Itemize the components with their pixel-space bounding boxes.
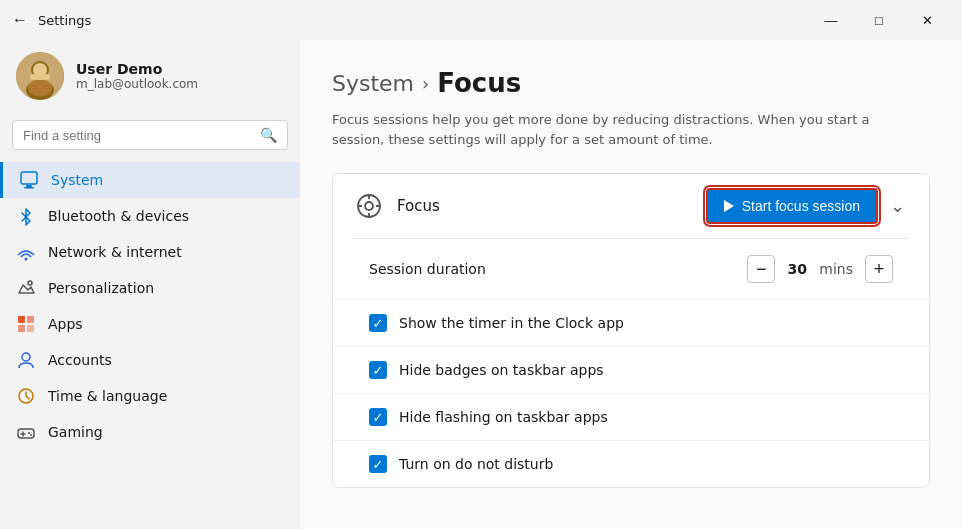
content-area: System › Focus Focus sessions help you g… bbox=[300, 40, 962, 529]
start-focus-label: Start focus session bbox=[742, 198, 860, 214]
focus-header-left: Focus bbox=[353, 190, 440, 222]
focus-settings-icon bbox=[353, 190, 385, 222]
checkmark-flashing-icon: ✓ bbox=[373, 411, 384, 424]
minimize-button[interactable]: — bbox=[808, 4, 854, 36]
bluetooth-icon bbox=[16, 206, 36, 226]
duration-decrease-button[interactable]: − bbox=[747, 255, 775, 283]
checkbox-dnd-label: Turn on do not disturb bbox=[399, 456, 553, 472]
breadcrumb-parent: System bbox=[332, 71, 414, 96]
sidebar-item-apps[interactable]: Apps bbox=[0, 306, 300, 342]
search-icon: 🔍 bbox=[260, 127, 277, 143]
user-email: m_lab@outlook.com bbox=[76, 77, 198, 91]
checkbox-row-timer: ✓ Show the timer in the Clock app bbox=[333, 299, 929, 346]
svg-rect-7 bbox=[26, 185, 32, 187]
app-title: Settings bbox=[38, 13, 91, 28]
personalization-icon bbox=[16, 278, 36, 298]
checkbox-badges[interactable]: ✓ bbox=[369, 361, 387, 379]
sidebar-item-time-label: Time & language bbox=[48, 388, 167, 404]
checkmark-badges-icon: ✓ bbox=[373, 364, 384, 377]
sidebar-item-gaming-label: Gaming bbox=[48, 424, 103, 440]
user-profile: User Demo m_lab@outlook.com bbox=[0, 40, 300, 120]
sidebar-item-time[interactable]: Time & language bbox=[0, 378, 300, 414]
search-input[interactable] bbox=[23, 128, 260, 143]
sidebar-item-personalization-label: Personalization bbox=[48, 280, 154, 296]
svg-point-9 bbox=[25, 258, 28, 261]
title-bar-left: ← Settings bbox=[12, 11, 91, 29]
sidebar-item-gaming[interactable]: Gaming bbox=[0, 414, 300, 450]
user-info: User Demo m_lab@outlook.com bbox=[76, 61, 198, 91]
svg-rect-5 bbox=[30, 74, 50, 80]
checkbox-flashing[interactable]: ✓ bbox=[369, 408, 387, 426]
svg-rect-14 bbox=[27, 325, 34, 332]
svg-point-4 bbox=[28, 80, 52, 96]
page-description: Focus sessions help you get more done by… bbox=[332, 110, 912, 149]
sidebar-item-accounts[interactable]: Accounts bbox=[0, 342, 300, 378]
maximize-button[interactable]: □ bbox=[856, 4, 902, 36]
svg-rect-12 bbox=[27, 316, 34, 323]
svg-rect-6 bbox=[21, 172, 37, 184]
sidebar-item-accounts-label: Accounts bbox=[48, 352, 112, 368]
focus-header: Focus Start focus session ⌄ bbox=[333, 174, 929, 238]
duration-increase-button[interactable]: + bbox=[865, 255, 893, 283]
duration-value: 30 bbox=[787, 261, 807, 277]
checkbox-badges-label: Hide badges on taskbar apps bbox=[399, 362, 604, 378]
gaming-icon bbox=[16, 422, 36, 442]
play-icon bbox=[724, 200, 734, 212]
checkbox-timer[interactable]: ✓ bbox=[369, 314, 387, 332]
checkbox-flashing-label: Hide flashing on taskbar apps bbox=[399, 409, 608, 425]
sidebar-item-apps-label: Apps bbox=[48, 316, 83, 332]
checkmark-timer-icon: ✓ bbox=[373, 317, 384, 330]
network-icon bbox=[16, 242, 36, 262]
title-bar: ← Settings — □ ✕ bbox=[0, 0, 962, 40]
sidebar-item-bluetooth-label: Bluetooth & devices bbox=[48, 208, 189, 224]
sidebar-item-bluetooth[interactable]: Bluetooth & devices bbox=[0, 198, 300, 234]
breadcrumb-chevron-icon: › bbox=[422, 73, 429, 94]
breadcrumb: System › Focus bbox=[332, 68, 930, 98]
avatar bbox=[16, 52, 64, 100]
checkbox-timer-label: Show the timer in the Clock app bbox=[399, 315, 624, 331]
breadcrumb-current: Focus bbox=[437, 68, 521, 98]
checkmark-dnd-icon: ✓ bbox=[373, 458, 384, 471]
svg-rect-11 bbox=[18, 316, 25, 323]
svg-point-15 bbox=[22, 353, 30, 361]
duration-unit: mins bbox=[819, 261, 853, 277]
sidebar-item-system-label: System bbox=[51, 172, 103, 188]
svg-point-19 bbox=[30, 434, 32, 436]
svg-point-18 bbox=[28, 432, 30, 434]
svg-rect-8 bbox=[24, 187, 34, 189]
checkbox-row-dnd: ✓ Turn on do not disturb bbox=[333, 440, 929, 487]
apps-icon bbox=[16, 314, 36, 334]
close-button[interactable]: ✕ bbox=[904, 4, 950, 36]
main-layout: User Demo m_lab@outlook.com 🔍 System Blu… bbox=[0, 40, 962, 529]
sidebar-item-network-label: Network & internet bbox=[48, 244, 182, 260]
time-icon bbox=[16, 386, 36, 406]
sidebar-item-network[interactable]: Network & internet bbox=[0, 234, 300, 270]
svg-rect-17 bbox=[18, 429, 34, 438]
system-icon bbox=[19, 170, 39, 190]
sidebar: User Demo m_lab@outlook.com 🔍 System Blu… bbox=[0, 40, 300, 529]
search-box[interactable]: 🔍 bbox=[12, 120, 288, 150]
sidebar-item-system[interactable]: System bbox=[0, 162, 300, 198]
svg-point-21 bbox=[365, 202, 373, 210]
collapse-button[interactable]: ⌄ bbox=[886, 191, 909, 221]
svg-point-10 bbox=[28, 281, 32, 285]
focus-label: Focus bbox=[397, 197, 440, 215]
duration-label: Session duration bbox=[369, 261, 486, 277]
focus-card: Focus Start focus session ⌄ Session dura… bbox=[332, 173, 930, 488]
checkbox-dnd[interactable]: ✓ bbox=[369, 455, 387, 473]
start-focus-button[interactable]: Start focus session bbox=[706, 188, 878, 224]
back-button[interactable]: ← bbox=[12, 11, 28, 29]
user-name: User Demo bbox=[76, 61, 198, 77]
sidebar-item-personalization[interactable]: Personalization bbox=[0, 270, 300, 306]
svg-rect-13 bbox=[18, 325, 25, 332]
duration-row: Session duration − 30 mins + bbox=[333, 239, 929, 299]
sidebar-nav: System Bluetooth & devices Network & int… bbox=[0, 162, 300, 450]
checkbox-row-flashing: ✓ Hide flashing on taskbar apps bbox=[333, 393, 929, 440]
checkbox-row-badges: ✓ Hide badges on taskbar apps bbox=[333, 346, 929, 393]
accounts-icon bbox=[16, 350, 36, 370]
focus-header-right: Start focus session ⌄ bbox=[706, 188, 909, 224]
window-controls: — □ ✕ bbox=[808, 4, 950, 36]
duration-control: − 30 mins + bbox=[747, 255, 893, 283]
